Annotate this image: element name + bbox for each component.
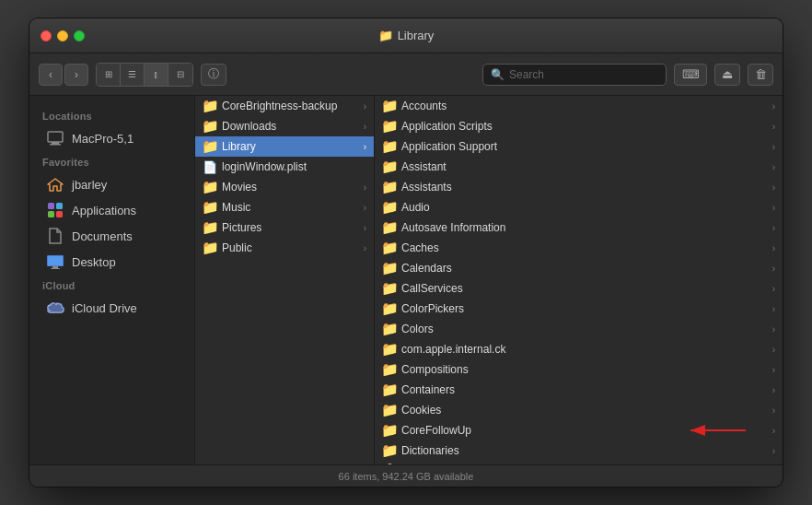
col2-item-dictionaries[interactable]: 📁 Dictionaries › [375,440,783,461]
close-button[interactable] [41,30,52,41]
delete-button[interactable]: 🗑 [748,64,773,86]
col2-item-accounts[interactable]: 📁 Accounts › [375,96,783,116]
col2-item-dropbox[interactable]: 📦 Dropbox › [375,461,783,464]
col2-item-autosave[interactable]: 📁 Autosave Information › [375,217,783,238]
col1-item-public[interactable]: 📁 Public › [195,238,374,258]
col2-label-assistant: Assistant [401,160,768,173]
col2-label-cookies: Cookies [401,404,768,417]
icloud-icon [46,299,64,317]
col1-item-downloads[interactable]: 📁 Downloads › [195,116,374,136]
minimize-button[interactable] [57,30,68,41]
folder-icon: 📁 [382,220,397,235]
col2-label-audio: Audio [401,201,768,214]
col1-item-music[interactable]: 📁 Music › [195,197,374,217]
folder-icon: 📁 [382,382,397,397]
maximize-button[interactable] [74,30,85,41]
col2-label-autosave: Autosave Information [401,221,768,234]
svg-rect-9 [52,266,58,268]
folder-icon: 📁 [382,281,397,296]
col2-label-caches: Caches [401,241,768,254]
column-2-wrapper: 📁 Accounts › 📁 Application Scripts › 📁 A… [375,96,783,464]
svg-rect-8 [47,255,64,266]
svg-marker-3 [48,179,63,191]
folder-icon: 📁 [203,220,217,235]
column-view-button[interactable]: ⫿ [145,64,168,86]
chevron-icon: › [772,426,775,436]
titlebar: 📁 Library [29,18,783,53]
col2-label-assistants: Assistants [401,181,768,194]
col2-item-assistant[interactable]: 📁 Assistant › [375,157,783,177]
info-button[interactable]: ⓘ [201,64,226,86]
svg-rect-7 [56,211,63,217]
col2-item-corefollowup[interactable]: 📁 CoreFollowUp › [375,420,783,440]
col1-item-library[interactable]: 📁 Library › [195,136,374,157]
title-icon: 📁 [378,29,393,42]
folder-icon: 📁 [382,301,397,316]
sidebar-item-applications[interactable]: Applications [33,197,191,223]
col2-item-callservices[interactable]: 📁 CallServices › [375,278,783,299]
col2-label-appsupport: Application Support [401,140,768,153]
terminal-button[interactable]: ⌨ [674,64,707,86]
col2-item-cookies[interactable]: 📁 Cookies › [375,400,783,420]
desktop-icon [46,252,64,271]
col2-item-calendars[interactable]: 📁 Calendars › [375,258,783,278]
col2-label-accounts: Accounts [401,100,768,112]
folder-icon: 📁 [382,241,397,255]
sidebar-item-documents-label: Documents [72,229,133,243]
dropbox-icon: 📦 [382,464,397,464]
back-button[interactable]: ‹ [39,64,63,86]
col2-item-appsupport[interactable]: 📁 Application Support › [375,136,783,157]
sidebar-item-jbarley[interactable]: jbarley [33,171,191,197]
col2-item-caches[interactable]: 📁 Caches › [375,238,783,258]
col2-label-dictionaries: Dictionaries [401,444,768,457]
col2-label-containers: Containers [401,383,768,396]
folder-icon: 📁 [382,139,397,154]
chevron-icon: › [772,122,775,132]
sidebar-item-icloud[interactable]: iCloud Drive [33,295,191,321]
eject-button[interactable]: ⏏ [714,64,740,86]
sidebar-item-documents[interactable]: Documents [33,223,191,249]
main-content: Locations MacPro-5,1 Favorites [29,96,783,464]
search-bar[interactable]: 🔍 Search [482,64,667,86]
folder-icon: 📁 [382,423,397,438]
chevron-icon: › [364,101,366,112]
search-placeholder: Search [509,68,544,81]
col1-item-corebrightness[interactable]: 📁 CoreBrightness-backup › [195,96,374,116]
chevron-icon: › [772,405,775,416]
chevron-icon: › [772,101,775,112]
folder-icon: 📁 [203,99,217,113]
col1-item-movies[interactable]: 📁 Movies › [195,177,374,197]
col2-item-appscripts[interactable]: 📁 Application Scripts › [375,116,783,136]
col1-label-music: Music [222,201,359,214]
folder-icon: 📁 [382,342,397,357]
folder-icon: 📁 [382,180,397,194]
traffic-lights [41,30,85,41]
col2-label-comapple: com.apple.internal.ck [401,343,768,356]
macpro-icon [46,129,64,147]
col1-label-library: Library [222,140,359,153]
col2-item-audio[interactable]: 📁 Audio › [375,197,783,217]
sidebar-item-macpro[interactable]: MacPro-5,1 [33,125,191,151]
icon-view-button[interactable]: ⊞ [97,64,121,86]
col2-item-colors[interactable]: 📁 Colors › [375,319,783,339]
chevron-icon: › [772,142,775,152]
sidebar-item-desktop[interactable]: Desktop [33,249,191,275]
col2-item-assistants[interactable]: 📁 Assistants › [375,177,783,197]
forward-button[interactable]: › [64,64,88,86]
col1-item-loginwindow[interactable]: 📄 loginWindow.plist [195,157,374,177]
folder-icon: 📁 [382,99,397,113]
col2-item-compositions[interactable]: 📁 Compositions › [375,359,783,380]
gallery-view-button[interactable]: ⊟ [168,64,192,86]
col2-item-colorpickers[interactable]: 📁 ColorPickers › [375,299,783,319]
svg-rect-6 [48,211,54,217]
columns-area: 📁 CoreBrightness-backup › 📁 Downloads › … [195,96,783,464]
file-icon: 📄 [203,159,217,174]
col1-label-downloads: Downloads [222,120,359,133]
col2-item-containers[interactable]: 📁 Containers › [375,380,783,400]
icloud-label: iCloud [29,275,194,295]
col1-item-pictures[interactable]: 📁 Pictures › [195,217,374,238]
chevron-icon: › [772,162,775,172]
col2-item-comapple[interactable]: 📁 com.apple.internal.ck › [375,339,783,359]
list-view-button[interactable]: ☰ [121,64,145,86]
col1-label-corebrightness: CoreBrightness-backup [222,100,359,112]
